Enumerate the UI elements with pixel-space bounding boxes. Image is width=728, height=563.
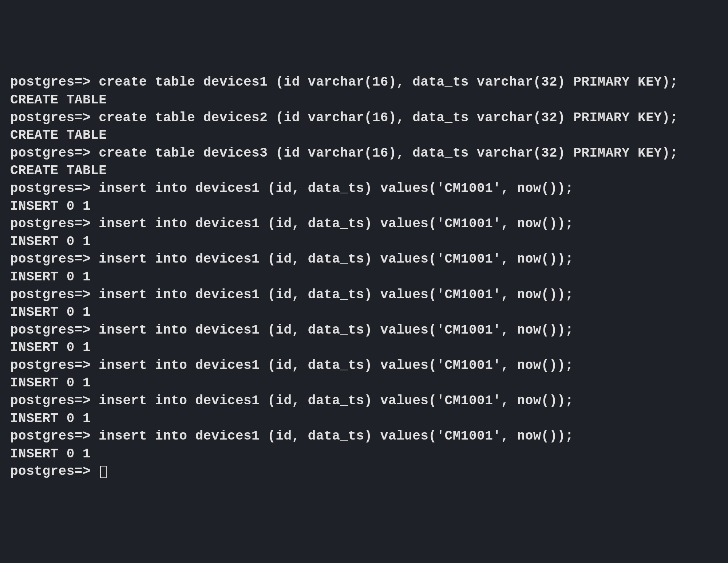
response-line: INSERT 0 1 xyxy=(10,445,718,463)
prompt: postgres=> xyxy=(10,252,91,267)
response-line: INSERT 0 1 xyxy=(10,339,718,357)
command-text: insert into devices1 (id, data_ts) value… xyxy=(99,323,573,338)
response-line: CREATE TABLE xyxy=(10,162,718,180)
command-line: postgres=> insert into devices1 (id, dat… xyxy=(10,286,718,304)
prompt: postgres=> xyxy=(10,181,91,196)
command-line: postgres=> create table devices1 (id var… xyxy=(10,74,718,91)
command-text: create table devices1 (id varchar(16), d… xyxy=(99,75,678,90)
command-text: insert into devices1 (id, data_ts) value… xyxy=(99,429,573,444)
command-line: postgres=> create table devices3 (id var… xyxy=(10,145,718,162)
prompt: postgres=> xyxy=(10,358,91,373)
command-text: create table devices3 (id varchar(16), d… xyxy=(99,146,678,161)
command-text: insert into devices1 (id, data_ts) value… xyxy=(99,216,573,231)
command-line: postgres=> insert into devices1 (id, dat… xyxy=(10,215,718,233)
response-line: INSERT 0 1 xyxy=(10,374,718,392)
command-line: postgres=> insert into devices1 (id, dat… xyxy=(10,428,718,445)
command-text: insert into devices1 (id, data_ts) value… xyxy=(99,181,573,196)
response-line: CREATE TABLE xyxy=(10,91,718,109)
prompt: postgres=> xyxy=(10,323,91,338)
command-text: create table devices2 (id varchar(16), d… xyxy=(99,110,678,125)
command-text: insert into devices1 (id, data_ts) value… xyxy=(99,358,573,373)
prompt: postgres=> xyxy=(10,146,91,161)
response-line: INSERT 0 1 xyxy=(10,233,718,251)
command-line: postgres=> insert into devices1 (id, dat… xyxy=(10,392,718,410)
command-text: insert into devices1 (id, data_ts) value… xyxy=(99,287,573,302)
prompt: postgres=> xyxy=(10,216,91,231)
response-line: CREATE TABLE xyxy=(10,127,718,145)
response-line: INSERT 0 1 xyxy=(10,410,718,428)
terminal-output[interactable]: postgres=> create table devices1 (id var… xyxy=(10,74,718,481)
command-line: postgres=> insert into devices1 (id, dat… xyxy=(10,251,718,268)
command-text: insert into devices1 (id, data_ts) value… xyxy=(99,252,573,267)
command-line: postgres=> insert into devices1 (id, dat… xyxy=(10,357,718,375)
command-text: insert into devices1 (id, data_ts) value… xyxy=(99,393,573,408)
prompt: postgres=> xyxy=(10,464,91,479)
response-line: INSERT 0 1 xyxy=(10,198,718,216)
command-line: postgres=> insert into devices1 (id, dat… xyxy=(10,322,718,339)
cursor-icon xyxy=(100,466,107,478)
command-line: postgres=> create table devices2 (id var… xyxy=(10,109,718,127)
response-line: INSERT 0 1 xyxy=(10,268,718,286)
prompt: postgres=> xyxy=(10,75,91,90)
response-line: INSERT 0 1 xyxy=(10,304,718,322)
prompt: postgres=> xyxy=(10,287,91,302)
prompt: postgres=> xyxy=(10,429,91,444)
prompt: postgres=> xyxy=(10,110,91,125)
prompt: postgres=> xyxy=(10,393,91,408)
command-line: postgres=> insert into devices1 (id, dat… xyxy=(10,180,718,198)
active-prompt-line[interactable]: postgres=> xyxy=(10,463,718,481)
